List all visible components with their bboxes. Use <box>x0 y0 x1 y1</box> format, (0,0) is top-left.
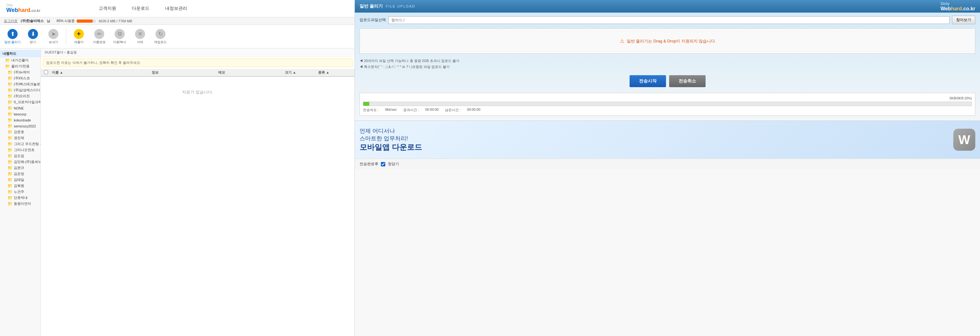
col-size-header[interactable]: 크기 ▲ <box>285 70 318 75</box>
sidebar-item-geuriwood[interactable]: 📁 그리고 우드컨팅 - 장정호 <box>0 141 40 147</box>
rename-icon: ✏ <box>94 29 104 39</box>
user-title: 님 <box>47 19 50 23</box>
sidebar-label: semicozy2022 <box>14 124 36 128</box>
sidebar-label: 김복원 <box>14 183 24 188</box>
sidebar-item-myfolders[interactable]: 📁 내가간폴더 <box>0 57 40 63</box>
rename-button[interactable]: ✏ 이름변경 <box>90 26 109 47</box>
sidebar-header[interactable]: 내웹하드 <box>0 50 40 57</box>
ad-line3: 모바일앱 다운로드 <box>360 142 948 152</box>
select-all-checkbox[interactable] <box>44 70 48 74</box>
folder-icon: 📁 <box>8 118 13 122</box>
user-company: (주)한솔비메스 <box>21 19 44 23</box>
sidebar-label: (주)데스코 <box>14 76 30 80</box>
progress-info: 0KB/0KB (0%) <box>363 96 972 100</box>
delete-button[interactable]: ✕ 삭제 <box>130 26 150 47</box>
move-button[interactable]: ⧉ 이동/복사 <box>110 26 129 47</box>
bottom-bar: 전송완료후 창닫기 <box>355 158 980 169</box>
sidebar-label: (주)뉴에어 <box>14 70 30 75</box>
progress-stats: 전송속도 : 0kb/sec 경과시간 : 00:00:00 남은시간 : 00… <box>363 107 972 112</box>
sidebar-item-kimmin[interactable]: 📁 김민해-(주)용세누 <box>0 159 40 165</box>
sidebar-item-gang[interactable]: 📁 강준호 <box>0 129 40 135</box>
sidebar-item-kimdoup[interactable]: 📁 김도업 <box>0 153 40 159</box>
upload-drop-area: ⚠ 일반 올리기는 Drag & Drop이 지원되지 않습니다 <box>360 28 975 54</box>
sidebar-item-baxtec[interactable]: 📁 (주)벡스테크놀로지스 <box>0 81 40 87</box>
sidebar-item-kimtae[interactable]: 📁 김태일 <box>0 177 40 183</box>
reupload-icon: ↻ <box>156 29 165 39</box>
upload-notes: ◀ 20개까지 파일 선택 가능하니 총 용량 2GB 초과시 업로드 불가 ◀… <box>360 58 975 70</box>
folder-icon: 📁 <box>8 178 13 182</box>
sidebar-item-crocodile[interactable]: 📁 0_크로커다일크락로_!! <box>0 99 40 105</box>
sidebar-item-upload[interactable]: 📁 올리기/전용 <box>0 63 40 69</box>
sidebar-item-newair[interactable]: 📁 (주)뉴에어 <box>0 69 40 75</box>
col-type-header[interactable]: 종류 ▲ <box>318 70 352 75</box>
folder-icon: 📁 <box>8 136 13 140</box>
send-icon: ➤ <box>48 29 59 39</box>
sidebar-item-danhobak[interactable]: 📁 단호박내 <box>0 195 40 201</box>
sidebar-item-kimbog[interactable]: 📁 김복원 <box>0 183 40 189</box>
folder-icon: 📁 <box>8 142 13 146</box>
find-button[interactable]: 찾아보기 <box>952 16 975 24</box>
speed-label: 전송속도 : <box>363 107 379 112</box>
content-area: GUEST폴더 › 홍길동 업로드한 자료는 삭제가 불가하니, 정확히 확인 … <box>41 48 355 336</box>
folder-icon: 📁 <box>8 112 13 117</box>
ad-text: 언제 어디서나 스마트한 업무처리! 모바일앱 다운로드 <box>360 127 948 152</box>
file-select-input[interactable] <box>388 16 950 24</box>
download-label: 받기 <box>30 40 36 44</box>
breadcrumb: GUEST폴더 › 홍길동 <box>41 48 355 57</box>
sidebar-label: NONE <box>14 106 24 110</box>
nav-download[interactable]: 다운로드 <box>130 4 151 13</box>
upload-button[interactable]: ⬆ 일반 올리기 <box>3 26 22 47</box>
folder-icon: 📁 <box>8 94 13 98</box>
sidebar-item-kwon[interactable]: 📁 권진제 <box>0 135 40 141</box>
right-logo: Only Webhard.co.kr <box>940 1 975 12</box>
sidebar: 내웹하드 📁 내가간폴더 📁 올리기/전용 📁 (주)뉴에어 📁 (주)데스코 … <box>0 48 41 336</box>
sidebar-item-kimwan[interactable]: 📁 김완규 <box>0 165 40 171</box>
logout-link[interactable]: 로그아웃 <box>4 19 18 23</box>
sidebar-item-greena[interactable]: 📁 그리나오연초 <box>0 147 40 153</box>
sidebar-item-no[interactable]: 📁 노건주 <box>0 189 40 195</box>
download-button[interactable]: ⬇ 받기 <box>24 26 42 47</box>
cancel-button[interactable]: 전송취소 <box>669 75 706 87</box>
file-select-row: 업로드파일선택 찾아보기 <box>360 16 975 24</box>
ad-line2: 스마트한 업무처리! <box>360 134 948 142</box>
sidebar-label: 노건주 <box>14 189 24 194</box>
sidebar-label: 김민해-(주)용세누 <box>14 160 40 164</box>
folder-icon: 📁 <box>8 100 13 104</box>
right-panel: 일반 올리기 FILE UPLOAD Only Webhard.co.kr 업로… <box>355 0 980 336</box>
sidebar-item-dongwon[interactable]: 📁 동원이연지 <box>0 201 40 207</box>
sidebar-item-none[interactable]: 📁 NONE <box>0 105 40 111</box>
sidebar-item-samsung[interactable]: 📁 (주)삼성에스디디 <box>0 87 40 93</box>
nav-customer-support[interactable]: 고객지원 <box>97 4 118 13</box>
sidebar-label: 0_크로커다일크락로_!! <box>14 100 40 104</box>
sidebar-label: 김은정 <box>14 171 24 176</box>
nav-menu: 고객지원 다운로드 내정보관리 <box>97 4 189 13</box>
col-name-header[interactable]: 이름 ▲ <box>52 70 152 75</box>
top-header: Only Webhard.co.kr 고객지원 다운로드 내정보관리 <box>0 0 355 17</box>
sidebar-item-beecorp[interactable]: 📁 beecorp <box>0 111 40 117</box>
start-button[interactable]: 전송시작 <box>630 75 666 87</box>
logo: Only Webhard.co.kr <box>6 3 40 14</box>
upload-note-2: ◀ 특수문자(' " : ; | & /◇ ^ * ₩ ? \ )포함된 파일 … <box>360 64 975 70</box>
nav-my-info[interactable]: 내정보관리 <box>164 4 189 13</box>
sidebar-item-desco[interactable]: 📁 (주)데스코 <box>0 75 40 81</box>
sidebar-item-kimeun[interactable]: 📁 김은정 <box>0 171 40 177</box>
send-label: 보내기 <box>49 40 58 44</box>
sidebar-label: 그리나오연초 <box>14 147 35 152</box>
folder-icon: 📁 <box>8 154 13 158</box>
reupload-button[interactable]: ↻ 재업로드 <box>151 26 170 47</box>
send-button[interactable]: ➤ 보내기 <box>44 26 63 47</box>
left-panel: Only Webhard.co.kr 고객지원 다운로드 내정보관리 로그아웃 … <box>0 0 355 336</box>
progress-bar <box>363 102 972 106</box>
sidebar-item-origin[interactable]: 📁 (주)오리진 <box>0 93 40 99</box>
new-folder-button[interactable]: + 새폴더 <box>69 26 88 47</box>
auto-close-checkbox[interactable] <box>381 162 385 166</box>
sidebar-label: (주)삼성에스디디 <box>14 88 40 93</box>
sidebar-item-semicozy[interactable]: 📁 semicozy2022 <box>0 123 40 129</box>
sidebar-label: (주)오리진 <box>14 94 30 98</box>
col-check <box>44 70 52 75</box>
usage-percent: 85% 사용중 <box>57 19 75 23</box>
folder-icon: 📁 <box>8 106 13 110</box>
sidebar-label: beecorp <box>14 112 26 116</box>
sidebar-item-kokuntrade[interactable]: 📁 kokuntrade <box>0 117 40 123</box>
folder-icon: 📁 <box>8 130 13 134</box>
